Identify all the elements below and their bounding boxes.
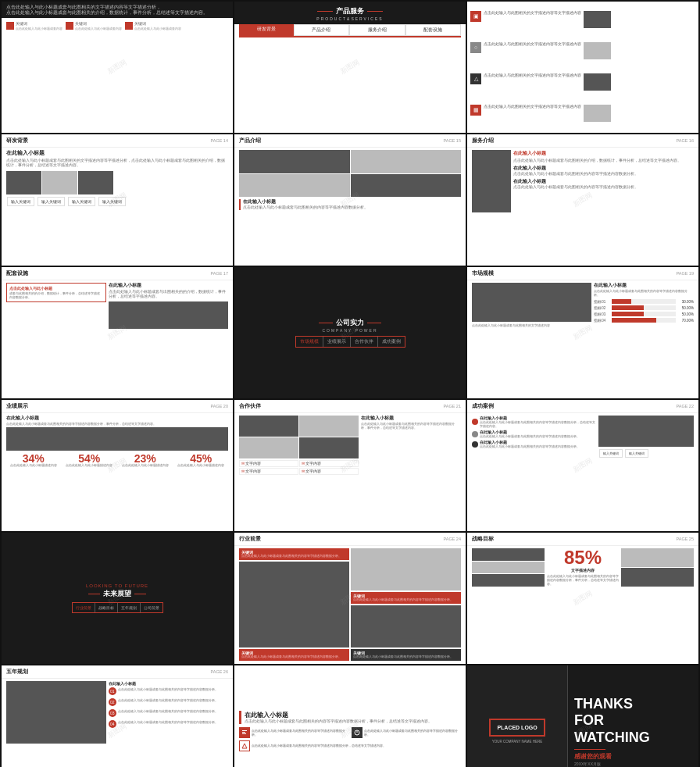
future-tab-3[interactable]: 五年规划 bbox=[117, 603, 140, 612]
keyword-3: 关键词点击此处输入与此小标题成套内容 bbox=[134, 21, 181, 30]
future-tab-4[interactable]: 公司前景 bbox=[140, 603, 162, 612]
5year-text-2: 点击此处输入与此小标题成套与此图相关的内容等字描述内容数据分析。 bbox=[118, 698, 218, 702]
company-name: YOUR COMPANY NAME HERE bbox=[492, 740, 543, 744]
slide-industry: 行业前景 PAGE 24 关键词 点击此处输入与此小标题成套与此图相关的内容等字… bbox=[234, 533, 466, 664]
5year-img bbox=[6, 681, 106, 744]
future-tab-2[interactable]: 战略目标 bbox=[95, 603, 117, 612]
tab-product[interactable]: 产品介绍 bbox=[294, 24, 350, 36]
cp-tab-2[interactable]: 业绩展示 bbox=[323, 337, 350, 347]
ck-1: 输入关键词 bbox=[599, 449, 623, 458]
icon-row-4: ▦ 点击此处输入与此图相关的文字描述内容等文字描述内容 bbox=[470, 105, 695, 122]
slide-icon-list: ▣ 点击此处输入与此图相关的文字描述内容等文字描述内容 ○ 点击此处输入与此图相… bbox=[467, 2, 698, 133]
kw-4: 输入关键词 bbox=[98, 197, 126, 206]
partner-page: PAGE 21 bbox=[443, 404, 461, 408]
p-img-2 bbox=[351, 150, 462, 173]
product-desc: 在此输入小标题 点击此处输入与此小标题成套与此图相关的内容等字描述内容数据分析。 bbox=[239, 199, 461, 210]
service-title: 服务介绍 bbox=[472, 137, 494, 144]
tab-research[interactable]: 研发背景 bbox=[239, 24, 294, 36]
cp-tab-3[interactable]: 合作伙伴 bbox=[350, 337, 377, 347]
industry-img-2 bbox=[351, 548, 461, 590]
slide-thanks: PLACED LOGO YOUR COMPANY NAME HERE THANK… bbox=[467, 665, 698, 767]
tab-service[interactable]: 服务介绍 bbox=[349, 24, 405, 36]
icon-row-3: △ 点击此处输入与此图相关的文字描述内容等文字描述内容 bbox=[470, 73, 695, 91]
facilities-page: PAGE 17 bbox=[210, 271, 228, 276]
end-icon-item-1: 点击此处输入与此小标题成套与此图相关的内容等字描述内容数据分析。 bbox=[239, 727, 349, 738]
5year-text-4: 点击此处输入与此小标题成套与此图相关的内容等字描述内容数据分析。 bbox=[118, 720, 218, 724]
thanks-line1: THANKS bbox=[574, 696, 692, 713]
bar-track-2 bbox=[612, 305, 676, 310]
product-intro-page: PAGE 15 bbox=[443, 138, 461, 143]
facilities-title: 配套设施 bbox=[6, 269, 28, 277]
kw-red-2: 关键词 点击此处输入与此小标题成套与此图相关的内容等字描述内容数据分析。 bbox=[239, 649, 349, 661]
link-1[interactable]: ✉ 文字内容 bbox=[239, 460, 298, 467]
bar-1: 指标01 30.00% bbox=[594, 299, 694, 304]
bar-val-4: 70.00% bbox=[678, 319, 694, 323]
perf-page: PAGE 20 bbox=[210, 404, 228, 408]
slide-partners: 合作伙伴 PAGE 21 ✉ 文字内容 ✉ 文字内容 bbox=[234, 400, 466, 531]
keyword-2: 关键词点击此处输入与此小标题成套内容 bbox=[75, 21, 122, 30]
num-4: 04 bbox=[109, 720, 116, 728]
slide-facilities: 配套设施 PAGE 17 点击此处输入与此小标题 成套与此图相关的的介绍，数据统… bbox=[2, 267, 233, 398]
stat-54-label: 点击此处输入与此小标题描述内容 bbox=[62, 464, 117, 467]
end-body: 点击此处输入与此小标题成套与此图相关的内容等字描述内容数据分析，事件分析，总结述… bbox=[245, 719, 461, 724]
cp-tab-4[interactable]: 成功案例 bbox=[377, 337, 405, 347]
bar-track-3 bbox=[612, 312, 676, 316]
cp-tab-1[interactable]: 市场规模 bbox=[296, 337, 323, 347]
future-title: 未来展望 bbox=[103, 589, 131, 599]
partner-links: ✉ 文字内容 ✉ 文字内容 ✉ 文字内容 ✉ 文字内容 bbox=[239, 460, 359, 475]
perf-body: 点击此处输入与此小标题成套与此图相关的内容等字描述内容数据分析，事件分析，总结述… bbox=[6, 422, 228, 426]
kw-red-1: 关键词 点击此处输入与此小标题成套与此图相关的内容等字描述内容数据分析。 bbox=[239, 548, 349, 560]
end-header: 在此输入小标题 点击此处输入与此小标题成套与此图相关的内容等字描述内容数据分析，… bbox=[239, 711, 461, 724]
market-subtitle: 在此输入小标题 bbox=[594, 283, 694, 288]
icon-row-1: ▣ 点击此处输入与此图相关的文字描述内容等文字描述内容 bbox=[470, 11, 695, 28]
thanks-year: 20XX年XX月版 bbox=[574, 762, 692, 766]
market-barchart: 指标01 30.00% 指标02 50.00% 指标03 50.00% bbox=[594, 299, 694, 323]
5year-item-1: 01 点击此处输入与此小标题成套与此图相关的内容等字描述内容数据分析。 bbox=[109, 687, 228, 695]
icon-text-3: 点击此处输入与此图相关的文字描述内容等文字描述内容 bbox=[484, 73, 581, 78]
bar-fill-2 bbox=[612, 305, 644, 310]
link-3[interactable]: ✉ 文字内容 bbox=[239, 468, 298, 475]
kw-3: 输入关键词 bbox=[68, 197, 95, 206]
case-item-3: 在此输入小标题 点击此处输入与此小标题成套与此图相关的内容等字描述内容数据分析。 bbox=[472, 440, 596, 448]
slide-overview-text: 点击此处输入与此小标题成套与此图相关的文字描述内容等文字描述分析，点击此处输入与… bbox=[6, 5, 228, 16]
p2-img-2 bbox=[299, 416, 359, 437]
cases-img bbox=[598, 416, 694, 447]
product-title-en: PRODUCT&SERVICES bbox=[234, 16, 466, 21]
research-img-1 bbox=[6, 171, 41, 194]
facilities-img bbox=[109, 301, 228, 329]
slide-strategy: 战略目标 PAGE 25 85% 文字描述内容 点击此处输入与此小标题成套与此图… bbox=[467, 533, 698, 664]
slide-product-tabs: 产品服务 PRODUCT&SERVICES 研发背景 产品介绍 服务介绍 配套设… bbox=[234, 2, 466, 133]
logo-text: PLACED LOGO bbox=[497, 725, 537, 730]
perf-title: 业绩展示 bbox=[6, 402, 28, 410]
strategy-percent-label: 文字描述内容 bbox=[571, 568, 595, 573]
num-3: 03 bbox=[109, 709, 116, 717]
strategy-img-4 bbox=[621, 548, 694, 567]
link-2[interactable]: ✉ 文字内容 bbox=[299, 460, 359, 467]
case-body-1: 点击此处输入与此小标题成套与此图相关的内容等字描述内容数据分析，总结述等文字描述… bbox=[480, 420, 596, 428]
kw-1: 输入关键词 bbox=[7, 197, 34, 206]
5year-item-4: 04 点击此处输入与此小标题成套与此图相关的内容等字描述内容数据分析。 bbox=[109, 720, 228, 728]
svg-rect-0 bbox=[242, 730, 247, 731]
market-body: 点击此处输入与此小标题成套与此图相关的内容等字描述内容数据分析。 bbox=[594, 289, 694, 297]
market-page: PAGE 19 bbox=[676, 271, 694, 276]
5year-items: 01 点击此处输入与此小标题成套与此图相关的内容等字描述内容数据分析。 02 点… bbox=[109, 687, 228, 730]
icon-img-3 bbox=[584, 73, 611, 91]
icon-img-4 bbox=[584, 105, 611, 122]
watermark: 新图网 bbox=[105, 58, 129, 77]
bar-val-3: 50.00% bbox=[678, 312, 694, 316]
cases-keywords: 输入关键词 输入关键词 bbox=[598, 448, 694, 458]
slide-product-intro: 产品介绍 PAGE 15 在此输入小标题 点击此处输入与此小标题成套与此图相关的… bbox=[234, 134, 466, 266]
link-4[interactable]: ✉ 文字内容 bbox=[299, 468, 359, 475]
bar-track-4 bbox=[612, 318, 676, 323]
keyword-1: 关键词点击此处输入与此小标题成套内容 bbox=[16, 21, 62, 30]
product-intro-title: 产品介绍 bbox=[239, 137, 261, 144]
service-body-3: 点击此处输入与此小标题成套与此图相关的内容等字描述内容数据分析。 bbox=[513, 185, 694, 190]
research-img-3 bbox=[78, 171, 113, 194]
partner-subtitle: 在此输入小标题 bbox=[361, 416, 461, 421]
5year-title: 五年规划 bbox=[6, 668, 28, 676]
tab-facilities[interactable]: 配套设施 bbox=[405, 24, 462, 36]
kw-dark-1: 关键词 点击此处输入与此小标题成套与此图相关的内容等字描述内容数据分析。 bbox=[351, 649, 461, 661]
facilities-body: 点击此处输入与此小标题成套与出图相关的的介绍，数据统计，事件分析，总结述等字描述… bbox=[109, 290, 228, 299]
p-img-3 bbox=[239, 174, 350, 198]
future-tab-1[interactable]: 行业前景 bbox=[73, 603, 95, 612]
